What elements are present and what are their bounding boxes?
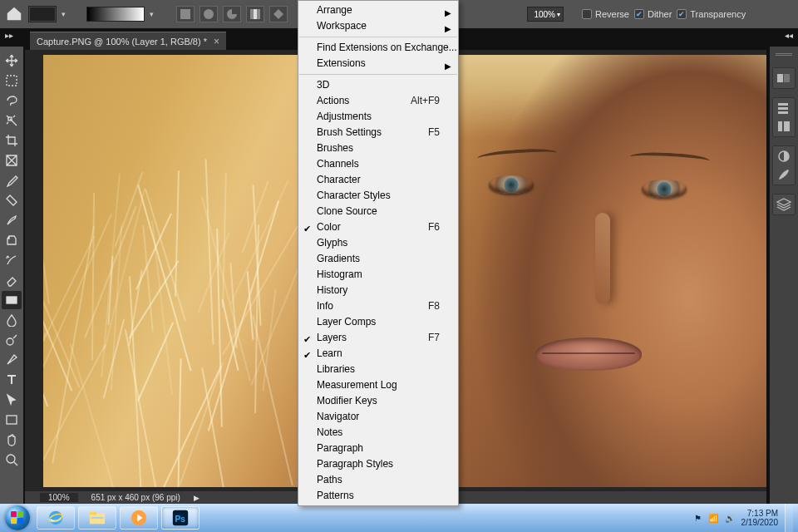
tool-dodge[interactable] <box>2 331 22 349</box>
svg-point-9 <box>7 338 13 345</box>
transparency-checkbox[interactable]: Transparency <box>677 9 746 19</box>
tool-path-select[interactable] <box>2 391 22 409</box>
menu-item-channels[interactable]: Channels <box>298 156 458 172</box>
menu-item-extensions[interactable]: Extensions▶ <box>298 56 458 71</box>
menu-item-paragraph[interactable]: Paragraph <box>298 441 458 456</box>
chevron-right-icon[interactable]: ▶ <box>194 494 200 502</box>
menu-item-brush-settings[interactable]: Brush SettingsF5 <box>298 125 458 140</box>
taskbar-file-explorer[interactable] <box>78 506 116 530</box>
document-tab[interactable]: Capture.PNG @ 100% (Layer 1, RGB/8) * × <box>30 32 226 50</box>
menu-item-actions[interactable]: ActionsAlt+F9 <box>298 93 458 109</box>
svg-rect-0 <box>180 9 190 19</box>
gradient-angle-icon[interactable] <box>223 6 241 22</box>
shortcut-label: F7 <box>428 330 440 346</box>
tray-volume-icon[interactable]: 🔊 <box>725 514 735 523</box>
svg-rect-4 <box>254 9 257 19</box>
expand-panels-left-icon[interactable]: ▸▸ <box>5 31 13 40</box>
color-panel-icon <box>776 71 791 85</box>
gradient-preview[interactable] <box>86 7 145 22</box>
menu-item-navigator[interactable]: Navigator <box>298 409 458 425</box>
tool-gradient[interactable] <box>2 291 22 309</box>
menu-item-clone-source[interactable]: Clone Source <box>298 204 458 219</box>
home-icon[interactable] <box>5 5 23 23</box>
zoom-input[interactable]: 100% <box>40 493 78 502</box>
chevron-down-icon[interactable]: ▾ <box>150 10 158 18</box>
tool-magic-wand[interactable] <box>2 111 22 130</box>
menu-item-character[interactable]: Character <box>298 172 458 188</box>
panel-group-learn[interactable] <box>772 97 796 137</box>
gradient-linear-icon[interactable] <box>176 6 195 22</box>
menu-item-workspace[interactable]: Workspace▶ <box>298 18 458 34</box>
svg-rect-10 <box>7 416 17 424</box>
tool-eyedropper[interactable] <box>2 171 22 190</box>
foreground-swatch[interactable] <box>28 6 57 22</box>
start-button[interactable] <box>0 504 35 532</box>
taskbar-photoshop[interactable]: Ps <box>161 506 200 530</box>
taskbar-media-player[interactable] <box>120 506 158 530</box>
reverse-checkbox[interactable]: Reverse <box>582 9 629 19</box>
tool-healing[interactable] <box>2 191 22 209</box>
shortcut-label: F5 <box>428 125 440 140</box>
menu-item-histogram[interactable]: Histogram <box>298 267 458 283</box>
gradient-diamond-icon[interactable] <box>269 6 288 22</box>
taskbar-clock[interactable]: 7:13 PM 2/19/2020 <box>741 509 779 527</box>
menu-item-adjustments[interactable]: Adjustments <box>298 109 458 125</box>
menu-item-paragraph-styles[interactable]: Paragraph Styles <box>298 456 458 472</box>
menu-item-character-styles[interactable]: Character Styles <box>298 188 458 204</box>
close-icon[interactable]: × <box>214 36 219 47</box>
menu-item-modifier-keys[interactable]: Modifier Keys <box>298 393 458 409</box>
tool-lasso[interactable] <box>2 91 22 110</box>
menu-item-measurement-log[interactable]: Measurement Log <box>298 377 458 393</box>
tool-eraser[interactable] <box>2 271 22 289</box>
taskbar-internet-explorer[interactable] <box>37 506 75 530</box>
tool-brush[interactable] <box>2 211 22 229</box>
tool-move[interactable] <box>2 52 22 70</box>
show-desktop-button[interactable] <box>785 504 793 532</box>
tool-blur[interactable] <box>2 311 22 329</box>
menu-item-layers[interactable]: LayersF7✔ <box>298 330 458 346</box>
tool-hand[interactable] <box>2 431 22 449</box>
svg-point-11 <box>7 455 15 463</box>
tool-history-brush[interactable] <box>2 251 22 269</box>
tool-clone[interactable] <box>2 231 22 249</box>
menu-item-glyphs[interactable]: Glyphs <box>298 235 458 251</box>
menu-item-history[interactable]: History <box>298 283 458 298</box>
svg-rect-18 <box>90 512 96 515</box>
chevron-down-icon[interactable]: ▾ <box>62 10 70 18</box>
menu-item-arrange[interactable]: Arrange▶ <box>298 2 458 18</box>
menu-item-brushes[interactable]: Brushes <box>298 140 458 156</box>
shortcut-label: F6 <box>428 219 440 235</box>
menu-item-gradients[interactable]: Gradients <box>298 251 458 267</box>
gradient-reflected-icon[interactable] <box>246 6 264 22</box>
gradient-radial-icon[interactable] <box>200 6 218 22</box>
menu-item-learn[interactable]: Learn✔ <box>298 346 458 362</box>
tool-frame[interactable] <box>2 151 22 170</box>
menu-item-color[interactable]: ColorF6✔ <box>298 219 458 235</box>
dither-checkbox[interactable]: Dither <box>634 9 672 19</box>
menu-item-paths[interactable]: Paths <box>298 472 458 488</box>
windows-taskbar: Ps ⚑ 📶 🔊 7:13 PM 2/19/2020 <box>0 504 798 532</box>
tray-flag-icon[interactable]: ⚑ <box>694 514 702 523</box>
windows-logo-icon <box>5 505 30 530</box>
tool-crop[interactable] <box>2 131 22 150</box>
menu-item-layer-comps[interactable]: Layer Comps <box>298 314 458 330</box>
menu-item-patterns[interactable]: Patterns <box>298 488 458 504</box>
expand-panels-right-icon[interactable]: ◂◂ <box>785 31 793 40</box>
tool-zoom[interactable] <box>2 451 22 469</box>
tray-network-icon[interactable]: 📶 <box>708 514 718 523</box>
panel-group-adjustments[interactable] <box>772 145 796 185</box>
menu-item-libraries[interactable]: Libraries <box>298 362 458 377</box>
menu-item-notes[interactable]: Notes <box>298 425 458 441</box>
tool-type[interactable] <box>2 371 22 389</box>
tool-marquee[interactable] <box>2 71 22 90</box>
panel-group-layers[interactable] <box>772 194 796 215</box>
tool-pen[interactable] <box>2 351 22 369</box>
tool-rectangle[interactable] <box>2 411 22 429</box>
menu-item-info[interactable]: InfoF8 <box>298 298 458 314</box>
panel-group-color[interactable] <box>772 67 796 89</box>
svg-text:Ps: Ps <box>175 515 186 524</box>
menu-item-3d[interactable]: 3D <box>298 77 458 93</box>
opacity-input[interactable]: 100%▾ <box>527 7 564 22</box>
menu-item-find-extensions-on-exchange[interactable]: Find Extensions on Exchange... <box>298 40 458 56</box>
dock-handle-icon[interactable] <box>776 53 792 56</box>
